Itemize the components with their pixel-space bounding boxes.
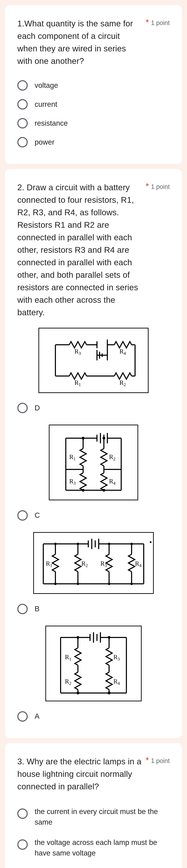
- question-body: 1.What quantity is the same for each com…: [17, 19, 133, 66]
- svg-point-70: [108, 583, 110, 585]
- svg-point-66: [108, 543, 110, 545]
- radio-icon: [17, 808, 28, 819]
- required-asterisk: *: [146, 181, 149, 191]
- circuit-svg: R1 R3 R2 R4: [45, 625, 142, 702]
- question-body: 2. Draw a circuit with a battery connect…: [17, 183, 138, 317]
- required-asterisk: *: [146, 755, 149, 765]
- radio-icon: [17, 118, 28, 128]
- option-label: A: [35, 711, 39, 722]
- radio-icon: [17, 403, 28, 413]
- radio-icon: [17, 137, 28, 147]
- radio-icon: [17, 80, 28, 91]
- radio-icon: [17, 510, 28, 521]
- svg-point-65: [77, 543, 79, 545]
- option-resistance[interactable]: resistance: [17, 114, 170, 133]
- svg-point-94: [108, 636, 110, 639]
- circuit-diagram-c: R1 R2 R3 R4: [17, 424, 170, 501]
- option-label: the current in every circuit must be the…: [35, 806, 170, 828]
- radio-icon: [17, 711, 28, 722]
- question-card-1: 1.What quantity is the same for each com…: [5, 5, 182, 164]
- points-label: 1 point: [151, 18, 170, 26]
- question-body: 3. Why are the electric lamps in a house…: [17, 757, 141, 791]
- svg-point-39: [103, 437, 105, 439]
- points-label: 1 point: [151, 182, 170, 190]
- option-label: the voltage across each lamp must be hav…: [35, 837, 170, 859]
- svg-point-72: [150, 541, 151, 543]
- option-b[interactable]: B: [17, 599, 170, 618]
- option-label: resistance: [35, 118, 68, 129]
- option-power[interactable]: power: [17, 133, 170, 152]
- svg-point-71: [130, 583, 133, 585]
- svg-point-41: [103, 489, 105, 492]
- svg-point-93: [77, 636, 79, 639]
- required-asterisk: *: [146, 18, 149, 27]
- option-current-same[interactable]: the current in every circuit must be the…: [17, 802, 170, 832]
- radio-icon: [17, 99, 28, 110]
- option-current[interactable]: current: [17, 95, 170, 114]
- question-header: 3. Why are the electric lamps in a house…: [17, 755, 170, 793]
- points-wrapper: *1 point: [146, 18, 170, 27]
- option-label: current: [35, 99, 57, 110]
- option-label: D: [35, 403, 40, 413]
- options-group: voltage current resistance power: [17, 76, 170, 152]
- points-wrapper: *1 point: [146, 755, 170, 765]
- option-c[interactable]: C: [17, 506, 170, 525]
- question-header: 1.What quantity is the same for each com…: [17, 18, 170, 67]
- question-text: 1.What quantity is the same for each com…: [17, 18, 146, 67]
- svg-point-67: [130, 543, 133, 545]
- circuit-diagram-d: R3 R4 R1 R2: [17, 328, 170, 393]
- option-label: B: [35, 603, 39, 614]
- option-d[interactable]: D: [17, 399, 170, 417]
- question-card-3: 3. Why are the electric lamps in a house…: [5, 743, 182, 868]
- radio-icon: [17, 839, 28, 850]
- option-label: voltage: [35, 80, 58, 91]
- option-label: C: [35, 510, 40, 521]
- circuit-diagram-b: R1 R2 R3 R4: [17, 532, 170, 594]
- svg-point-95: [77, 692, 79, 694]
- circuit-diagram-a: R1 R3 R2 R4: [17, 625, 170, 702]
- options-group: the current in every circuit must be the…: [17, 802, 170, 868]
- svg-point-40: [82, 489, 84, 492]
- option-voltage-same[interactable]: the voltage across each lamp must be hav…: [17, 832, 170, 863]
- option-switched-together[interactable]: the lamps are always switched on and off…: [17, 863, 170, 868]
- radio-icon: [17, 604, 28, 614]
- circuit-svg: R3 R4 R1 R2: [38, 328, 149, 393]
- circuit-svg: R1 R2 R3 R4: [48, 424, 139, 501]
- circuit-svg: R1 R2 R3 R4: [33, 532, 154, 594]
- points-label: 1 point: [151, 756, 170, 764]
- question-header: 2. Draw a circuit with a battery connect…: [17, 181, 170, 319]
- option-label: power: [35, 137, 54, 148]
- question-text: 3. Why are the electric lamps in a house…: [17, 755, 146, 793]
- svg-point-64: [54, 543, 57, 545]
- option-a[interactable]: A: [17, 707, 170, 726]
- svg-point-68: [54, 583, 57, 585]
- svg-point-96: [108, 692, 110, 694]
- question-card-2: 2. Draw a circuit with a battery connect…: [5, 169, 182, 738]
- points-wrapper: *1 point: [146, 181, 170, 191]
- svg-point-69: [77, 583, 79, 585]
- svg-rect-21: [49, 425, 138, 500]
- svg-point-38: [82, 437, 84, 439]
- option-voltage[interactable]: voltage: [17, 76, 170, 95]
- question-text: 2. Draw a circuit with a battery connect…: [17, 181, 146, 319]
